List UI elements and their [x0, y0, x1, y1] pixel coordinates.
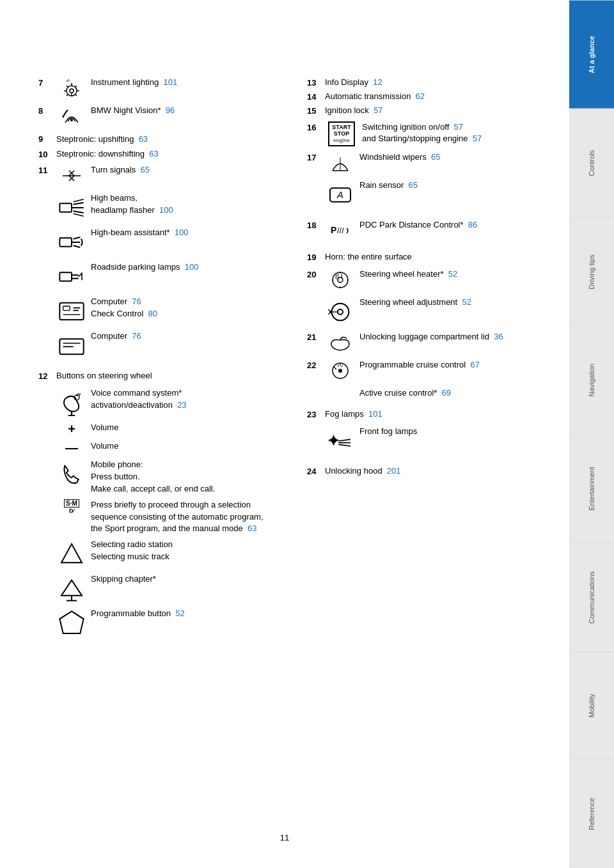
item-22-page[interactable]: 67 [470, 360, 479, 369]
prog-button-text: Programmable button 52 [91, 608, 275, 620]
luggage-compartment-icon [325, 331, 356, 354]
item-23-text: Fog lamps 101 [325, 408, 544, 421]
item-9-page[interactable]: 63 [139, 134, 148, 144]
item-15-page[interactable]: 57 [374, 105, 382, 115]
item-22-number: 22 [307, 359, 325, 371]
sub-item-sdm: S·M D∕ Press briefly to proceed through … [56, 499, 275, 536]
voice-command-icon [56, 387, 87, 418]
rain-sensor-icon: A [325, 180, 356, 210]
item-24-number: 24 [307, 465, 325, 477]
svg-rect-13 [59, 272, 72, 281]
item-15-text: Ignition lock 57 [325, 105, 544, 117]
item-12-text: Buttons on steering wheel [56, 370, 275, 382]
item-7-page[interactable]: 101 [163, 77, 177, 87]
item-14-page[interactable]: 62 [416, 91, 425, 101]
item-23-page[interactable]: 101 [368, 409, 382, 419]
computer2-text: Computer 76 [91, 330, 275, 343]
svg-line-12 [74, 245, 81, 247]
right-column: 13 Info Display 12 14 Automatic transmis… [301, 77, 544, 642]
page-number: 11 [280, 833, 289, 842]
sub-item-computer2: Computer 76 [56, 330, 275, 361]
volume-minus-text: Volume [91, 440, 275, 453]
item-16-row: 16 START STOP engine Switching ignition … [307, 121, 544, 146]
minus-icon: — [56, 440, 87, 455]
item-8-page[interactable]: 96 [166, 105, 175, 115]
item-13-row: 13 Info Display 12 [307, 77, 544, 89]
sub-item-mobile-phone: Mobile phone:Press button.Make call, acc… [56, 459, 275, 495]
sub-item-roadside-parking: Roadside parking lamps 100 [56, 261, 275, 292]
item-9-row: 9 Steptronic: upshifting 63 [38, 133, 275, 146]
sub-item-skip-chapter: Skipping chapter* [56, 573, 275, 604]
high-beams-text: High beams,headlamp flasher 100 [91, 192, 275, 217]
item-18-text: PDC Park Distance Control* 86 [359, 219, 544, 231]
item-8-text: BMW Night Vision* 96 [91, 105, 275, 117]
sub-item-high-beam-assistant: High-beam assistant* 100 [56, 227, 275, 258]
skip-chapter-text: Skipping chapter* [91, 573, 275, 585]
sidebar-tab-mobility[interactable]: Mobility [569, 651, 614, 760]
high-beam-assistant-text: High-beam assistant* 100 [91, 227, 275, 239]
item-17-page[interactable]: 65 [431, 152, 440, 162]
steering-wheel-heater-icon [325, 268, 356, 291]
high-beams-icon [56, 192, 87, 223]
sdm-icon: S·M D∕ [56, 499, 87, 515]
item-10-page[interactable]: 63 [149, 149, 158, 159]
item-11-row: 11 Turn signals 65 [38, 164, 275, 187]
sidebar-tab-at-a-glance[interactable]: At a glance [569, 0, 614, 109]
pdc-icon: P /// [325, 219, 356, 242]
item-19-text: Horn: the entire surface [325, 251, 544, 263]
volume-plus-text: Volume [91, 422, 275, 434]
item-12-number: 12 [38, 370, 56, 382]
sidebar-tab-entertainment[interactable]: Entertainment [569, 434, 614, 543]
roadside-parking-text: Roadside parking lamps 100 [91, 261, 275, 274]
item-18-page[interactable]: 86 [468, 220, 477, 229]
item-7-number: 7 [38, 77, 56, 89]
svg-rect-3 [59, 203, 72, 212]
svg-marker-21 [61, 580, 82, 596]
item-14-number: 14 [307, 91, 325, 103]
steering-adj-sub: Steering wheel adjustment 52 [325, 297, 544, 327]
item-24-page[interactable]: 201 [387, 466, 401, 476]
item-21-page[interactable]: 36 [494, 332, 503, 341]
main-content: 7 Instrument lighting 101 [0, 0, 569, 868]
steering-adj-text: Steering wheel adjustment 52 [359, 297, 544, 309]
turn-signals-icon [56, 164, 87, 187]
svg-text:///: /// [337, 226, 344, 235]
item-9-text: Steptronic: upshifting 63 [56, 133, 275, 146]
sidebar-tab-communications[interactable]: Communications [569, 543, 614, 651]
front-fog-text: Front fog lamps [359, 426, 544, 438]
sidebar-tab-reference[interactable]: Reference [569, 759, 614, 868]
windshield-wipers-icon [325, 151, 356, 174]
sub-items-11: High beams,headlamp flasher 100 [56, 192, 275, 361]
sub-item-high-beams: High beams,headlamp flasher 100 [56, 192, 275, 223]
item-8-number: 8 [38, 105, 56, 117]
item-20-page[interactable]: 52 [448, 269, 457, 279]
item-20-number: 20 [307, 268, 325, 281]
front-fog-sub: ✦ Front fog lamps [325, 426, 544, 456]
item-21-number: 21 [307, 331, 325, 343]
item-17-number: 17 [307, 151, 325, 164]
bmw-night-vision-icon [56, 105, 87, 128]
sidebar-tab-driving-tips[interactable]: Driving tips [569, 217, 614, 326]
item-10-text: Steptronic: downshifting 63 [56, 148, 275, 160]
item-22-text: Programmable cruise control 67 [359, 359, 544, 371]
programmable-btn-icon [56, 608, 87, 639]
sidebar-tab-navigation[interactable]: Navigation [569, 325, 614, 434]
item-13-page[interactable]: 12 [373, 77, 382, 87]
item-18-number: 18 [307, 219, 325, 231]
item-13-number: 13 [307, 77, 325, 89]
sub-item-prog-button: Programmable button 52 [56, 608, 275, 639]
item-11-page[interactable]: 65 [141, 165, 150, 174]
item-15-number: 15 [307, 105, 325, 117]
item-11-text: Turn signals 65 [91, 164, 275, 176]
computer2-icon [56, 330, 87, 361]
item-20-text: Steering wheel heater* 52 [359, 268, 544, 281]
active-cruise-text: Active cruise control* 69 [359, 387, 544, 399]
sidebar-tab-controls[interactable]: Controls [569, 109, 614, 217]
cruise-control-icon [325, 359, 356, 382]
item-13-text: Info Display 12 [325, 77, 544, 89]
sub-item-volume-minus: — Volume [56, 440, 275, 455]
item-18-row: 18 P /// PDC Park Distance Control* 86 [307, 219, 544, 242]
plus-icon: + [56, 422, 87, 437]
item-17-text: Windshield wipers 65 [359, 151, 544, 164]
mobile-phone-icon [56, 459, 87, 490]
